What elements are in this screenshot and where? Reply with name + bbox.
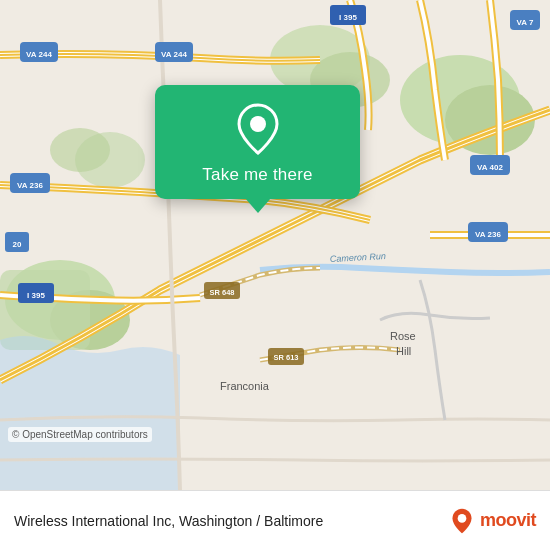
moovit-logo: moovit xyxy=(449,508,536,534)
popup-label: Take me there xyxy=(202,165,312,185)
svg-text:Franconia: Franconia xyxy=(220,380,270,392)
popup-card[interactable]: Take me there xyxy=(155,85,360,199)
svg-text:VA 244: VA 244 xyxy=(161,50,187,59)
svg-text:VA 244: VA 244 xyxy=(26,50,52,59)
bottom-bar: Wireless International Inc, Washington /… xyxy=(0,490,550,550)
svg-text:VA 7: VA 7 xyxy=(517,18,534,27)
svg-text:VA 402: VA 402 xyxy=(477,163,503,172)
svg-text:Rose: Rose xyxy=(390,330,416,342)
svg-text:VA 236: VA 236 xyxy=(475,230,501,239)
svg-text:Hill: Hill xyxy=(396,345,411,357)
svg-text:20: 20 xyxy=(13,240,22,249)
svg-point-36 xyxy=(250,116,266,132)
moovit-text: moovit xyxy=(480,510,536,531)
moovit-pin-icon xyxy=(449,508,475,534)
svg-text:SR 613: SR 613 xyxy=(273,353,298,362)
svg-point-9 xyxy=(50,128,110,172)
place-name: Wireless International Inc, Washington /… xyxy=(14,513,449,529)
svg-text:I 395: I 395 xyxy=(339,13,357,22)
svg-text:VA 236: VA 236 xyxy=(17,181,43,190)
map-pin-icon xyxy=(236,103,280,155)
map-container: VA 244 VA 244 VA 7 I 395 I 395 VA 236 VA… xyxy=(0,0,550,490)
svg-text:I 395: I 395 xyxy=(27,291,45,300)
map-background: VA 244 VA 244 VA 7 I 395 I 395 VA 236 VA… xyxy=(0,0,550,490)
svg-point-37 xyxy=(458,514,467,523)
svg-text:SR 648: SR 648 xyxy=(209,288,234,297)
map-attribution: © OpenStreetMap contributors xyxy=(8,427,152,442)
